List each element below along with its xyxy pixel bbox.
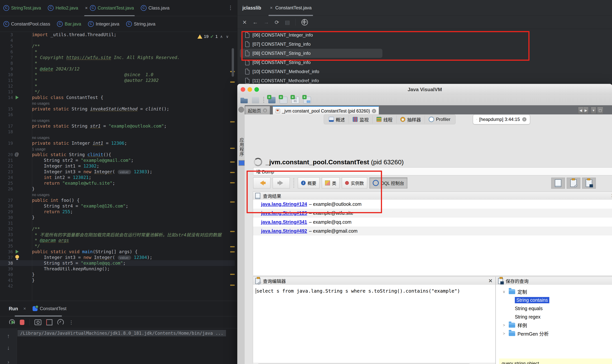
editor-tab-integer-java[interactable]: CInteger.java [85, 16, 123, 32]
constant-pool-entry[interactable]: [06] CONSTANT_Integer_info [240, 30, 382, 39]
saved-query-folder[interactable]: >PermGen 分析 [496, 329, 612, 338]
save-icon[interactable]: ▤ [285, 19, 290, 26]
warning-stripe-mark[interactable] [230, 172, 235, 173]
editor-code-line[interactable]: 11 * @author 12302 [0, 78, 235, 83]
instance-link[interactable]: java.lang.String#341 [261, 219, 307, 225]
forward-arrow-icon[interactable]: → [263, 19, 269, 25]
editor-code-line[interactable]: 24int int2 = 123021; [0, 175, 235, 180]
saved-query-item[interactable]: String regex [496, 312, 612, 321]
editor-code-line[interactable]: 39ThreadUtil.keepRunning(); [0, 266, 235, 272]
editor-code-line[interactable]: 26} [0, 186, 235, 192]
editor-code-line[interactable]: 9 * @date 2024/3/12 [0, 66, 235, 72]
toggle-query-editor-button[interactable] [567, 178, 580, 189]
editor-tab-bar-java[interactable]: CBar.java [54, 16, 85, 32]
heapdump-subtab[interactable]: [heapdump] 3:44:15 x [473, 114, 530, 124]
editor-tab-string-java[interactable]: CString.java [123, 16, 159, 32]
warning-stripe-mark[interactable] [230, 148, 235, 149]
forward-button[interactable] [273, 177, 290, 188]
close-query-editor-icon[interactable]: ✕ [488, 278, 492, 284]
editor-code-line[interactable]: 20@public static String clinit(){ [0, 152, 235, 157]
application-tab[interactable]: _jvm constant_pool ConstantTest (pid 632… [273, 106, 379, 115]
editor-code-line[interactable]: 15private static String invokeStaticMeth… [0, 106, 235, 112]
editor-code-line[interactable]: 13 */ [0, 89, 235, 95]
editor-code-line[interactable]: 37Integer int3 = new Integer( value: 123… [0, 255, 235, 260]
editor-code-line[interactable]: 40} [0, 272, 235, 277]
subtab-线程[interactable]: 线程 [373, 115, 396, 123]
run-tab[interactable]: Run [0, 306, 23, 312]
editor-code-line[interactable]: 29return 255; [0, 209, 235, 215]
usage-hint[interactable]: no usages [32, 136, 50, 140]
editor-annotation-row[interactable]: no usages [0, 135, 235, 140]
editor-code-line[interactable]: 30} [0, 215, 235, 220]
editor-code-line[interactable]: 41} [0, 277, 235, 283]
editor-code-line[interactable]: 19private static Integer int1 = 12306; [0, 140, 235, 146]
instance-link[interactable]: java.lang.String#492 [261, 228, 307, 234]
subtab-监视[interactable]: 监视 [349, 115, 373, 123]
inspections-widget[interactable]: 19 ✓ 1 ∧ ∨ [197, 34, 229, 39]
editor-code-line[interactable]: 7 * Copyright https://wtfu.site Inc. All… [0, 55, 235, 60]
instances-button[interactable]: 实例数 [342, 177, 367, 188]
editor-code-line[interactable]: 12 * [0, 83, 235, 89]
close-tab-icon[interactable]: × [270, 5, 273, 11]
editor-code-line[interactable]: 22Integer int1 = 12302; [0, 163, 235, 169]
saved-query-folder[interactable]: >样例 [496, 321, 612, 329]
instance-link[interactable]: java.lang.String#124 [261, 201, 307, 207]
jclasslib-file-tab[interactable]: × ConstantTest.java [267, 0, 315, 16]
editor-code-line[interactable]: 36public static void main(String[] args)… [0, 249, 235, 255]
expand-chevron-icon[interactable]: › [0, 359, 17, 364]
editor-code-line[interactable]: 42 [0, 283, 235, 289]
summary-button[interactable]: i概要 [298, 177, 320, 188]
usage-hint[interactable]: no usages [32, 118, 50, 123]
warning-stripe-mark[interactable] [230, 201, 235, 203]
back-arrow-icon[interactable]: ← [252, 19, 258, 25]
saved-queries-tree[interactable]: ∨定制String containsString equalsString re… [496, 285, 612, 360]
editor-code-line[interactable]: 8 * [0, 60, 235, 66]
refresh-icon[interactable]: ⟳ [274, 19, 279, 26]
warning-stripe-mark[interactable] [230, 182, 235, 183]
maximize-view-button[interactable]: ▢ [597, 107, 603, 114]
add-remote-host-icon[interactable] [268, 97, 275, 103]
classes-button[interactable]: 类 [322, 177, 340, 188]
query-editor-hscrollbar[interactable] [253, 363, 496, 364]
tree-expand-icon[interactable]: > [502, 331, 506, 336]
code-editor[interactable]: 3import _utils.thread.ThreadUtil;45/**6 … [0, 32, 235, 301]
editor-tab-class-java[interactable]: CClass.java [137, 0, 173, 16]
constant-pool-entry[interactable]: [08] CONSTANT_String_info [240, 49, 382, 58]
saved-query-folder[interactable]: ∨定制 [496, 287, 612, 296]
close-tab-icon[interactable]: × [85, 5, 88, 11]
toggle-results-panel-button[interactable] [551, 178, 565, 189]
add-jmx-connection-icon[interactable] [280, 97, 287, 104]
editor-scrollbar-thumb[interactable] [232, 48, 234, 77]
editor-code-line[interactable]: 23Integer int3 = new Integer( value: 123… [0, 169, 235, 175]
warning-stripe-mark[interactable] [230, 231, 235, 232]
close-icon[interactable]: ✕ [242, 19, 247, 26]
editor-code-line[interactable]: 28String str4 = "example@126.com"; [0, 203, 235, 209]
warning-stripe-mark[interactable] [230, 121, 235, 122]
editor-code-line[interactable]: 35 */ [0, 243, 235, 249]
jclasslib-panel-title[interactable]: jclasslib [237, 5, 267, 11]
run-gutter-icon[interactable] [16, 96, 19, 99]
run-more-kebab-icon[interactable]: ⋮ [69, 319, 74, 325]
editor-code-line[interactable]: 34 * @param args [0, 237, 235, 243]
editor-tab-hello2-java[interactable]: CHello2.java [44, 0, 82, 16]
warning-stripe-mark[interactable] [230, 251, 235, 252]
query-editor-area[interactable]: select s from java.lang.String s where s… [253, 285, 496, 363]
tree-expand-icon[interactable]: > [502, 323, 506, 327]
oql-console-button[interactable]: OQL 控制台 [369, 177, 407, 188]
run-gutter-icon[interactable] [16, 250, 19, 254]
close-tab-icon[interactable]: x [372, 109, 376, 113]
scroll-down-icon[interactable]: ↓ [0, 345, 17, 351]
thread-dump-camera-icon[interactable] [34, 319, 41, 325]
applications-vertical-tab[interactable]: 应用程序 [238, 138, 245, 157]
back-button[interactable] [253, 177, 270, 188]
editor-code-line[interactable]: 10 * @since 1.0 [0, 72, 235, 78]
query-results-list[interactable]: java.lang.String#124 – example@outlook.c… [253, 200, 612, 275]
run-process-tab[interactable]: ConstantTest [29, 301, 69, 316]
warning-stripe-mark[interactable] [230, 161, 235, 163]
usage-hint[interactable]: no usages [32, 193, 50, 197]
visualvm-titlebar[interactable]: Java VisualVM [237, 84, 612, 95]
subtab-概述[interactable]: 概述 [325, 115, 349, 123]
tab-options-kebab-icon[interactable]: ⋮ [228, 5, 233, 11]
close-process-icon[interactable]: × [23, 306, 26, 311]
warning-stripe-mark[interactable] [230, 246, 235, 247]
